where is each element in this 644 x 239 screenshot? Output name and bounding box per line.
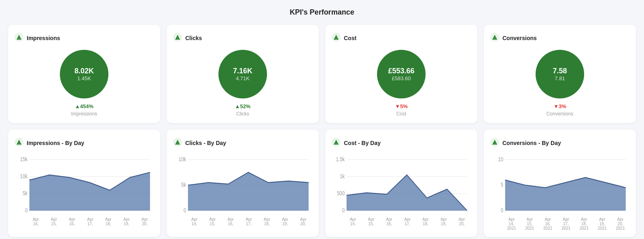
x-label: Apr 15,	[45, 217, 63, 226]
card-header-conversions-by-day: Conversions - By Day	[490, 138, 629, 148]
x-label: Apr 15, 2021	[521, 217, 539, 230]
x-label: Apr 16,	[63, 217, 81, 226]
x-label: Apr 18, 2021	[575, 217, 593, 230]
card-header-cost: Cost	[332, 33, 471, 43]
svg-text:10: 10	[498, 156, 503, 163]
kpi-card-conversions: Conversions 7.58 7.81 ▼3% Conversions	[484, 25, 636, 123]
x-label: Apr 19, 2021	[593, 217, 611, 230]
kpi-circle-wrap-clicks: 7.16K 4.71K ▲52% Clicks	[173, 50, 312, 117]
svg-text:5: 5	[501, 181, 503, 188]
chart-svg-impressions-by-day: 15k10k5k0	[15, 155, 154, 216]
svg-text:1.5k: 1.5k	[336, 156, 345, 163]
card-title-conversions: Conversions	[502, 35, 537, 41]
kpi-circle-conversions: 7.58 7.81	[536, 50, 584, 98]
chart-title-cost-by-day: Cost - By Day	[344, 140, 381, 146]
kpi-change-clicks: ▲52%	[235, 103, 251, 109]
x-label: Apr 15,	[203, 217, 222, 226]
svg-text:10k: 10k	[179, 156, 186, 163]
x-label: Apr 14,	[27, 217, 45, 226]
kpi-circle-wrap-impressions: 8.02K 1.45K ▲454% Impressions	[15, 50, 154, 117]
x-label: Apr 17,	[240, 217, 258, 226]
card-title-impressions: Impressions	[27, 35, 60, 41]
svg-text:10k: 10k	[20, 173, 28, 180]
chart-cards-row: Impressions - By Day 15k10k5k0 Apr 14, A…	[8, 130, 636, 237]
chart-x-labels-cost-by-day: Apr 14, Apr 15, Apr 16, Apr 17, Apr 18,	[332, 216, 471, 226]
chart-svg-cost-by-day: 1.5k1k5000	[332, 155, 471, 216]
page-title: KPI's Performance	[8, 8, 636, 17]
kpi-sub-value-clicks: 4.71K	[236, 75, 250, 81]
svg-text:0: 0	[342, 207, 345, 214]
card-title-clicks: Clicks	[185, 35, 202, 41]
kpi-label-cost: Cost	[396, 111, 407, 117]
chart-title-clicks-by-day: Clicks - By Day	[185, 140, 226, 146]
brand-icon-chart-clicks-by-day	[173, 138, 182, 148]
x-label: Apr 20,	[453, 217, 471, 226]
kpi-change-conversions: ▼3%	[553, 103, 566, 109]
chart-svg-clicks-by-day: 10k5k0	[173, 155, 312, 216]
chart-card-impressions-by-day: Impressions - By Day 15k10k5k0 Apr 14, A…	[8, 130, 160, 237]
kpi-label-conversions: Conversions	[547, 111, 574, 117]
kpi-main-value-cost: £553.66	[388, 67, 414, 75]
chart-title-impressions-by-day: Impressions - By Day	[27, 140, 84, 146]
x-label: Apr 20, 2021	[611, 217, 629, 230]
x-label: Apr 16, 2021	[539, 217, 557, 230]
chart-title-conversions-by-day: Conversions - By Day	[502, 140, 561, 146]
chart-area-impressions-by-day: 15k10k5k0	[15, 155, 154, 216]
kpi-card-cost: Cost £553.66 £583.60 ▼5% Cost	[325, 25, 477, 123]
chart-card-conversions-by-day: Conversions - By Day 1050 Apr 14, 2021 A…	[484, 130, 636, 237]
card-header-cost-by-day: Cost - By Day	[332, 138, 471, 148]
card-header-clicks-by-day: Clicks - By Day	[173, 138, 312, 148]
svg-text:5k: 5k	[23, 190, 28, 197]
kpi-circle-wrap-conversions: 7.58 7.81 ▼3% Conversions	[490, 50, 629, 117]
kpi-label-clicks: Clicks	[236, 111, 249, 117]
chart-x-labels-clicks-by-day: Apr 14, Apr 15, Apr 16, Apr 17, Apr 18,	[173, 216, 312, 226]
kpi-circle-impressions: 8.02K 1.45K	[60, 50, 108, 98]
x-label: Apr 18,	[416, 217, 434, 226]
svg-marker-33	[188, 173, 309, 211]
x-label: Apr 17, 2021	[557, 217, 575, 230]
svg-text:0: 0	[501, 207, 503, 214]
x-label: Apr 14,	[344, 217, 362, 226]
chart-x-labels-conversions-by-day: Apr 14, 2021 Apr 15, 2021 Apr 16, 2021 A…	[490, 216, 629, 230]
chart-card-cost-by-day: Cost - By Day 1.5k1k5000 Apr 14, Apr 15,…	[325, 130, 477, 237]
kpi-card-impressions: Impressions 8.02K 1.45K ▲454% Impression…	[8, 25, 160, 123]
card-header-impressions: Impressions	[15, 33, 154, 43]
brand-icon-clicks	[173, 33, 182, 43]
kpi-card-clicks: Clicks 7.16K 4.71K ▲52% Clicks	[167, 25, 319, 123]
svg-marker-23	[30, 173, 150, 211]
x-label: Apr 18,	[258, 217, 276, 226]
x-label: Apr 20,	[136, 217, 154, 226]
card-title-cost: Cost	[344, 35, 356, 41]
svg-text:5k: 5k	[181, 181, 186, 188]
x-label: Apr 14,	[185, 217, 203, 226]
svg-text:1k: 1k	[340, 173, 345, 180]
x-label: Apr 19,	[117, 217, 136, 226]
brand-icon-chart-cost-by-day	[332, 138, 341, 148]
brand-icon-chart-conversions-by-day	[490, 138, 499, 148]
chart-area-cost-by-day: 1.5k1k5000	[332, 155, 471, 216]
brand-icon-cost	[332, 33, 341, 43]
kpi-main-value-impressions: 8.02K	[74, 67, 94, 75]
x-label: Apr 16,	[222, 217, 240, 226]
x-label: Apr 18,	[99, 217, 117, 226]
kpi-label-impressions: Impressions	[71, 111, 97, 117]
kpi-main-value-clicks: 7.16K	[233, 67, 252, 75]
chart-area-clicks-by-day: 10k5k0	[173, 155, 312, 216]
x-label: Apr 19,	[434, 217, 453, 226]
kpi-sub-value-cost: £583.60	[392, 75, 411, 81]
kpi-circle-cost: £553.66 £583.60	[377, 50, 426, 98]
x-label: Apr 17,	[398, 217, 417, 226]
chart-x-labels-impressions-by-day: Apr 14, Apr 15, Apr 16, Apr 17, Apr 18,	[15, 216, 154, 226]
brand-icon-conversions	[490, 33, 499, 43]
svg-text:15k: 15k	[20, 156, 28, 163]
kpi-circle-wrap-cost: £553.66 £583.60 ▼5% Cost	[332, 50, 471, 117]
svg-text:500: 500	[337, 190, 345, 197]
card-header-conversions: Conversions	[490, 33, 629, 43]
kpi-circle-clicks: 7.16K 4.71K	[218, 50, 267, 98]
card-header-clicks: Clicks	[173, 33, 312, 43]
x-label: Apr 19,	[276, 217, 294, 226]
kpi-main-value-conversions: 7.58	[553, 67, 567, 75]
kpi-sub-value-impressions: 1.45K	[77, 75, 91, 81]
x-label: Apr 20,	[294, 217, 312, 226]
kpi-sub-value-conversions: 7.81	[555, 75, 565, 81]
